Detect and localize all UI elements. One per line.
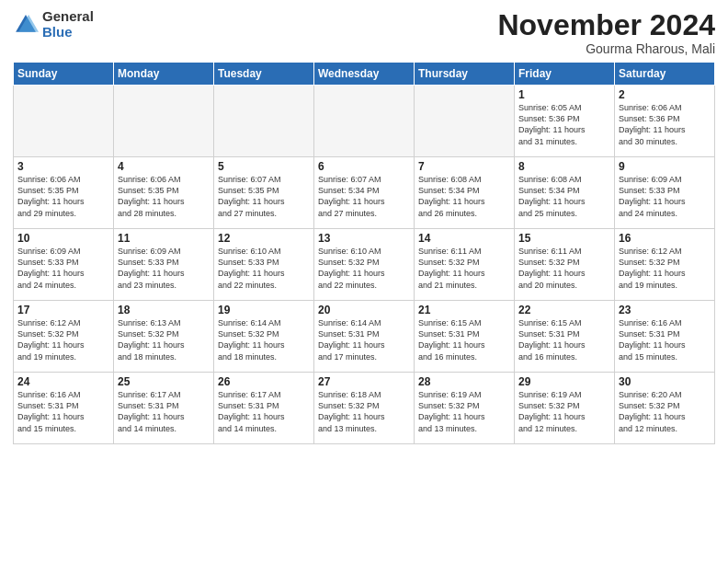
calendar-cell [214, 86, 314, 157]
header: General Blue November 2024 Gourma Rharou… [13, 9, 715, 56]
day-number: 9 [619, 160, 711, 173]
weekday-header: Sunday [14, 63, 114, 86]
day-number: 2 [619, 88, 711, 101]
day-number: 19 [218, 304, 310, 316]
day-info: Sunrise: 6:16 AM Sunset: 5:31 PM Dayligh… [619, 317, 711, 362]
day-info: Sunrise: 6:11 AM Sunset: 5:32 PM Dayligh… [518, 246, 610, 291]
day-info: Sunrise: 6:12 AM Sunset: 5:32 PM Dayligh… [17, 317, 109, 362]
calendar-cell: 5Sunrise: 6:07 AM Sunset: 5:35 PM Daylig… [214, 157, 314, 229]
day-number: 4 [118, 160, 210, 173]
day-number: 22 [518, 304, 610, 316]
day-number: 7 [418, 160, 510, 173]
calendar-cell: 27Sunrise: 6:18 AM Sunset: 5:32 PM Dayli… [314, 373, 415, 444]
calendar-cell: 2Sunrise: 6:06 AM Sunset: 5:36 PM Daylig… [615, 86, 715, 157]
day-info: Sunrise: 6:20 AM Sunset: 5:32 PM Dayligh… [619, 389, 711, 434]
logo-blue: Blue [42, 25, 94, 40]
day-info: Sunrise: 6:10 AM Sunset: 5:32 PM Dayligh… [318, 246, 410, 291]
title-block: November 2024 Gourma Rharous, Mali [497, 9, 715, 56]
day-info: Sunrise: 6:12 AM Sunset: 5:32 PM Dayligh… [619, 246, 711, 291]
calendar-week-row: 3Sunrise: 6:06 AM Sunset: 5:35 PM Daylig… [14, 157, 715, 229]
day-info: Sunrise: 6:17 AM Sunset: 5:31 PM Dayligh… [118, 389, 210, 434]
day-info: Sunrise: 6:17 AM Sunset: 5:31 PM Dayligh… [218, 389, 310, 434]
logo: General Blue [13, 9, 94, 40]
day-number: 12 [218, 232, 310, 245]
calendar-week-row: 24Sunrise: 6:16 AM Sunset: 5:31 PM Dayli… [14, 373, 715, 444]
calendar-cell: 11Sunrise: 6:09 AM Sunset: 5:33 PM Dayli… [114, 229, 214, 301]
day-info: Sunrise: 6:06 AM Sunset: 5:36 PM Dayligh… [619, 102, 711, 147]
month-title: November 2024 [497, 9, 715, 41]
day-number: 6 [318, 160, 410, 173]
day-number: 18 [118, 304, 210, 316]
calendar-cell: 24Sunrise: 6:16 AM Sunset: 5:31 PM Dayli… [14, 373, 114, 444]
day-number: 14 [418, 232, 510, 245]
calendar-week-row: 1Sunrise: 6:05 AM Sunset: 5:36 PM Daylig… [14, 86, 715, 157]
calendar-cell: 22Sunrise: 6:15 AM Sunset: 5:31 PM Dayli… [515, 301, 615, 373]
calendar-cell [14, 86, 114, 157]
day-info: Sunrise: 6:16 AM Sunset: 5:31 PM Dayligh… [17, 389, 109, 434]
day-number: 11 [118, 232, 210, 245]
calendar-cell: 1Sunrise: 6:05 AM Sunset: 5:36 PM Daylig… [515, 86, 615, 157]
calendar-cell: 23Sunrise: 6:16 AM Sunset: 5:31 PM Dayli… [615, 301, 715, 373]
day-number: 29 [518, 375, 610, 388]
day-info: Sunrise: 6:07 AM Sunset: 5:35 PM Dayligh… [218, 174, 310, 219]
day-number: 26 [218, 375, 310, 388]
day-info: Sunrise: 6:07 AM Sunset: 5:34 PM Dayligh… [318, 174, 410, 219]
calendar-cell: 29Sunrise: 6:19 AM Sunset: 5:32 PM Dayli… [515, 373, 615, 444]
day-number: 20 [318, 304, 410, 316]
logo-icon [13, 12, 39, 38]
calendar-cell: 7Sunrise: 6:08 AM Sunset: 5:34 PM Daylig… [415, 157, 515, 229]
calendar-cell [314, 86, 415, 157]
calendar-cell: 18Sunrise: 6:13 AM Sunset: 5:32 PM Dayli… [114, 301, 214, 373]
day-info: Sunrise: 6:08 AM Sunset: 5:34 PM Dayligh… [518, 174, 610, 219]
weekday-header: Thursday [415, 63, 515, 86]
calendar-cell [114, 86, 214, 157]
day-number: 3 [17, 160, 109, 173]
day-info: Sunrise: 6:14 AM Sunset: 5:32 PM Dayligh… [218, 317, 310, 362]
calendar-cell: 28Sunrise: 6:19 AM Sunset: 5:32 PM Dayli… [415, 373, 515, 444]
day-number: 10 [17, 232, 109, 245]
day-number: 13 [318, 232, 410, 245]
day-info: Sunrise: 6:15 AM Sunset: 5:31 PM Dayligh… [418, 317, 510, 362]
calendar-cell: 12Sunrise: 6:10 AM Sunset: 5:33 PM Dayli… [214, 229, 314, 301]
weekday-header: Wednesday [314, 63, 415, 86]
calendar-cell: 13Sunrise: 6:10 AM Sunset: 5:32 PM Dayli… [314, 229, 415, 301]
day-info: Sunrise: 6:06 AM Sunset: 5:35 PM Dayligh… [17, 174, 109, 219]
day-number: 17 [17, 304, 109, 316]
calendar-cell [415, 86, 515, 157]
calendar-cell: 19Sunrise: 6:14 AM Sunset: 5:32 PM Dayli… [214, 301, 314, 373]
calendar-cell: 3Sunrise: 6:06 AM Sunset: 5:35 PM Daylig… [14, 157, 114, 229]
logo-text: General Blue [42, 9, 94, 40]
day-info: Sunrise: 6:10 AM Sunset: 5:33 PM Dayligh… [218, 246, 310, 291]
day-number: 15 [518, 232, 610, 245]
calendar-cell: 14Sunrise: 6:11 AM Sunset: 5:32 PM Dayli… [415, 229, 515, 301]
calendar-week-row: 10Sunrise: 6:09 AM Sunset: 5:33 PM Dayli… [14, 229, 715, 301]
day-info: Sunrise: 6:05 AM Sunset: 5:36 PM Dayligh… [518, 102, 610, 147]
day-info: Sunrise: 6:19 AM Sunset: 5:32 PM Dayligh… [418, 389, 510, 434]
day-info: Sunrise: 6:09 AM Sunset: 5:33 PM Dayligh… [619, 174, 711, 219]
weekday-header: Monday [114, 63, 214, 86]
weekday-header: Tuesday [214, 63, 314, 86]
day-info: Sunrise: 6:09 AM Sunset: 5:33 PM Dayligh… [118, 246, 210, 291]
day-number: 8 [518, 160, 610, 173]
day-number: 21 [418, 304, 510, 316]
day-info: Sunrise: 6:09 AM Sunset: 5:33 PM Dayligh… [17, 246, 109, 291]
weekday-header: Saturday [615, 63, 715, 86]
calendar-cell: 15Sunrise: 6:11 AM Sunset: 5:32 PM Dayli… [515, 229, 615, 301]
calendar-cell: 9Sunrise: 6:09 AM Sunset: 5:33 PM Daylig… [615, 157, 715, 229]
calendar-cell: 16Sunrise: 6:12 AM Sunset: 5:32 PM Dayli… [615, 229, 715, 301]
calendar-cell: 4Sunrise: 6:06 AM Sunset: 5:35 PM Daylig… [114, 157, 214, 229]
day-number: 28 [418, 375, 510, 388]
calendar-cell: 26Sunrise: 6:17 AM Sunset: 5:31 PM Dayli… [214, 373, 314, 444]
calendar-cell: 25Sunrise: 6:17 AM Sunset: 5:31 PM Dayli… [114, 373, 214, 444]
calendar-cell: 21Sunrise: 6:15 AM Sunset: 5:31 PM Dayli… [415, 301, 515, 373]
page: General Blue November 2024 Gourma Rharou… [0, 0, 728, 563]
day-number: 27 [318, 375, 410, 388]
calendar-cell: 30Sunrise: 6:20 AM Sunset: 5:32 PM Dayli… [615, 373, 715, 444]
calendar-cell: 17Sunrise: 6:12 AM Sunset: 5:32 PM Dayli… [14, 301, 114, 373]
calendar-week-row: 17Sunrise: 6:12 AM Sunset: 5:32 PM Dayli… [14, 301, 715, 373]
day-number: 5 [218, 160, 310, 173]
calendar-cell: 6Sunrise: 6:07 AM Sunset: 5:34 PM Daylig… [314, 157, 415, 229]
calendar-cell: 8Sunrise: 6:08 AM Sunset: 5:34 PM Daylig… [515, 157, 615, 229]
day-info: Sunrise: 6:08 AM Sunset: 5:34 PM Dayligh… [418, 174, 510, 219]
location: Gourma Rharous, Mali [497, 41, 715, 56]
